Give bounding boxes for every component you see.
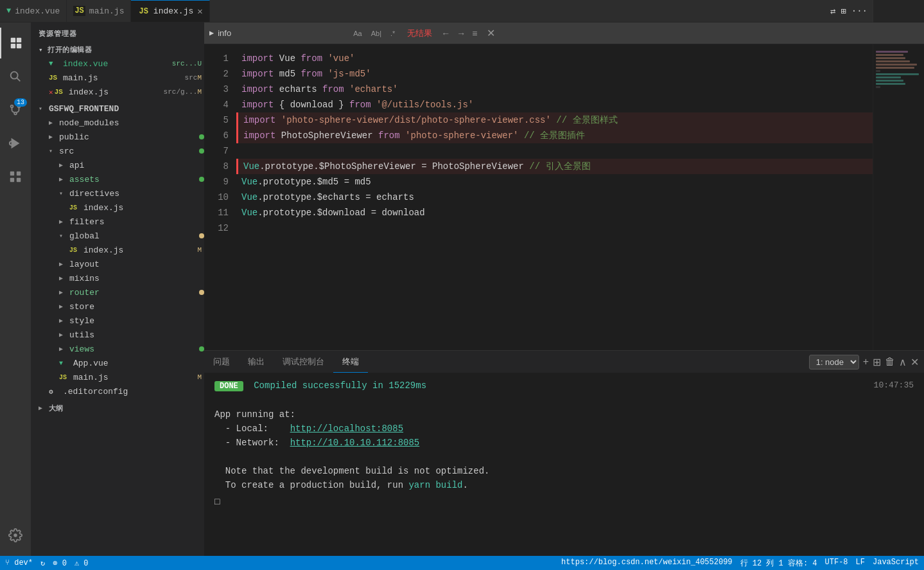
sidebar-item-global-index[interactable]: JS index.js M <box>31 243 204 257</box>
folder-public: public <box>59 132 196 142</box>
sidebar-item-main-js[interactable]: JS main.js M <box>31 370 204 384</box>
open-file-index-vue[interactable]: ▼ index.vue src... U <box>31 57 204 71</box>
panel-tab-problems[interactable]: 问题 <box>204 351 239 373</box>
split-terminal-button[interactable]: ⊞ <box>873 356 881 368</box>
statusbar-right: https://blog.csdn.net/weixin_40552099 行 … <box>561 558 919 569</box>
chevron-right-icon-outline: ▶ <box>39 404 49 412</box>
terminal-selector[interactable]: 1: node <box>809 355 859 370</box>
sidebar-item-layout[interactable]: ▶ layout <box>31 257 204 271</box>
statusbar-errors[interactable]: ⊗ 0 <box>53 558 67 568</box>
statusbar-warnings[interactable]: ⚠ 0 <box>74 558 89 568</box>
project-root[interactable]: ▾ GSFWQ_FRONTEND <box>31 102 204 116</box>
badge-m-main: M <box>197 74 202 82</box>
outline-label: 大纲 <box>49 404 204 413</box>
search-close-button[interactable]: ✕ <box>487 27 495 39</box>
sidebar-item-public[interactable]: ▶ public <box>31 130 204 144</box>
sidebar-item-utils[interactable]: ▶ utils <box>31 328 204 342</box>
close-file-icon[interactable]: ✕ <box>49 88 53 96</box>
folder-api: api <box>69 161 204 170</box>
terminal-success-text: Compiled successfully in 15229ms <box>254 380 426 391</box>
sidebar-item-outline[interactable]: ▶ 大纲 <box>31 401 204 415</box>
open-file-main-js[interactable]: JS main.js src M <box>31 71 204 85</box>
sidebar-item-api[interactable]: ▶ api <box>31 158 204 172</box>
code-line-8: Vue .prototype.$PhotoSphereViewer = Phot… <box>236 159 873 174</box>
whole-word-button[interactable]: Ab| <box>368 28 385 39</box>
open-file-main-name: main.js <box>63 73 182 83</box>
search-expand-icon[interactable]: ▶ <box>209 28 214 38</box>
search-input[interactable] <box>218 28 346 38</box>
folder-router: router <box>69 288 196 298</box>
sidebar-item-directives-index[interactable]: JS index.js <box>31 200 204 215</box>
diff-icon[interactable]: ⇄ <box>830 6 835 17</box>
activity-extensions[interactable] <box>0 161 31 192</box>
file-main-js-src: main.js <box>73 373 197 382</box>
activity-debug[interactable] <box>0 128 31 159</box>
sidebar-item-editorconfig[interactable]: ⚙ .editorconfig <box>31 384 204 398</box>
regex-button[interactable]: .* <box>387 28 398 39</box>
activity-git[interactable]: 13 <box>0 94 31 125</box>
tab-main-js[interactable]: JS main.js <box>67 0 131 22</box>
tab-index-vue[interactable]: ▼ index.vue <box>0 0 67 22</box>
open-editors-section[interactable]: ▾ 打开的编辑器 <box>31 42 204 57</box>
terminal-content[interactable]: DONE Compiled successfully in 15229ms 10… <box>204 373 924 556</box>
sidebar-item-app-vue[interactable]: ▼ App.vue <box>31 356 204 370</box>
more-actions-icon[interactable]: ··· <box>851 6 867 16</box>
split-editor-icon[interactable]: ⊞ <box>841 6 846 17</box>
panel-tab-debug[interactable]: 调试控制台 <box>274 351 333 373</box>
trash-terminal-button[interactable]: 🗑 <box>885 356 895 368</box>
panel-actions: 1: node + ⊞ 🗑 ∧ ✕ <box>804 351 924 373</box>
sidebar-item-global[interactable]: ▾ global <box>31 229 204 243</box>
close-tab-icon[interactable]: ✕ <box>197 7 202 16</box>
network-url-link[interactable]: http://10.10.10.112:8085 <box>290 438 420 448</box>
svg-point-6 <box>11 105 13 108</box>
tab-output-label: 输出 <box>248 356 265 368</box>
js-file-icon-index: JS <box>55 88 66 96</box>
git-badge: 13 <box>14 98 27 107</box>
badge-m-main-src: M <box>197 373 202 381</box>
sidebar-item-directives[interactable]: ▾ directives <box>31 186 204 200</box>
code-editor: 1 2 3 4 5 6 7 8 9 10 11 12 import Vue fr… <box>204 44 924 350</box>
statusbar-link[interactable]: https://blog.csdn.net/weixin_40552099 <box>561 558 732 569</box>
code-line-1: import Vue from 'vue' <box>236 51 873 66</box>
search-prev-button[interactable]: ← <box>439 27 453 40</box>
activity-explorer[interactable] <box>0 28 31 58</box>
sidebar-item-style[interactable]: ▶ style <box>31 314 204 328</box>
sidebar-item-mixins[interactable]: ▶ mixins <box>31 271 204 285</box>
folder-global: global <box>69 231 196 241</box>
sidebar-item-views[interactable]: ▶ views <box>31 342 204 356</box>
sidebar-item-filters[interactable]: ▶ filters <box>31 215 204 229</box>
dot-green-views <box>199 346 204 352</box>
collapse-panel-button[interactable]: ∧ <box>899 356 907 368</box>
sidebar-item-src[interactable]: ▾ src <box>31 144 204 158</box>
close-panel-button[interactable]: ✕ <box>911 356 919 368</box>
new-terminal-button[interactable]: + <box>863 356 869 368</box>
statusbar-encoding[interactable]: UTF-8 <box>825 558 848 569</box>
tab-index-js[interactable]: JS index.js ✕ <box>131 0 209 22</box>
terminal-line-network: - Network: http://10.10.10.112:8085 <box>214 436 914 450</box>
minimap <box>873 44 924 350</box>
case-sensitive-button[interactable]: Aa <box>350 28 365 39</box>
search-list-button[interactable]: ≡ <box>469 27 480 40</box>
dot-green-public <box>199 134 204 139</box>
folder-layout: layout <box>69 260 204 269</box>
terminal-line-app-running: App running at: <box>214 407 914 422</box>
panel-tab-output[interactable]: 输出 <box>239 351 274 373</box>
panel-tabs: 问题 输出 调试控制台 终端 1: node + ⊞ <box>204 351 924 373</box>
minimap-thumbnail <box>873 0 924 22</box>
statusbar: ⑂ dev* ↻ ⊗ 0 ⚠ 0 https://blog.csdn.net/w… <box>0 556 924 570</box>
statusbar-eol[interactable]: LF <box>856 558 865 569</box>
search-next-button[interactable]: → <box>454 27 468 40</box>
badge-m-index: M <box>197 88 202 96</box>
sidebar-item-store[interactable]: ▶ store <box>31 299 204 314</box>
activity-settings[interactable] <box>0 520 31 551</box>
sidebar-item-node-modules[interactable]: ▶ node_modules <box>31 116 204 130</box>
statusbar-sync[interactable]: ↻ <box>40 558 45 568</box>
sidebar-item-router[interactable]: ▶ router <box>31 285 204 299</box>
statusbar-language[interactable]: JavaScript <box>873 558 919 569</box>
panel-tab-terminal[interactable]: 终端 <box>333 351 368 373</box>
search-options: Aa Ab| .* <box>350 28 398 39</box>
sidebar-item-assets[interactable]: ▶ assets <box>31 172 204 186</box>
local-url-link[interactable]: http://localhost:8085 <box>290 423 403 434</box>
open-file-index-js[interactable]: ✕ JS index.js src/g... M <box>31 85 204 99</box>
activity-search[interactable] <box>0 61 31 92</box>
